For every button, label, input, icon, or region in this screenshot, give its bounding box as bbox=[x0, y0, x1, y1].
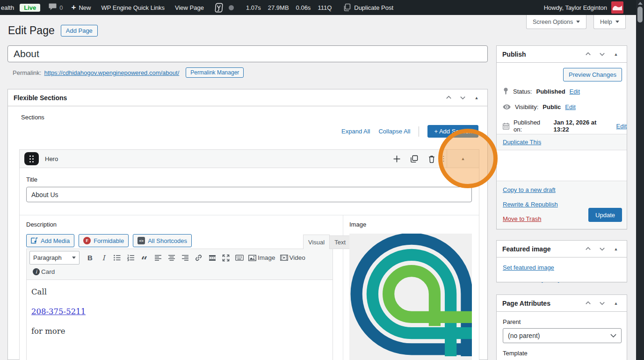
move-down-icon[interactable] bbox=[595, 296, 609, 310]
blockquote-icon[interactable]: “ bbox=[137, 251, 151, 264]
move-down-icon[interactable] bbox=[456, 91, 470, 105]
flexible-sections-metabox: Flexible Sections ▲ Sections Expand All … bbox=[7, 89, 488, 360]
move-up-icon[interactable] bbox=[581, 242, 595, 256]
admin-bar-new-button[interactable]: + New bbox=[71, 4, 91, 12]
preview-changes-button[interactable]: Preview Changes bbox=[563, 68, 622, 81]
add-page-button[interactable]: Add Page bbox=[61, 25, 98, 37]
move-up-icon[interactable] bbox=[441, 91, 456, 105]
all-shortcodes-button[interactable]: <> All Shortcodes bbox=[133, 234, 192, 247]
video-button-label: Video bbox=[289, 254, 305, 261]
flexible-sections-header[interactable]: Flexible Sections ▲ bbox=[8, 89, 487, 106]
insert-image-button[interactable]: Image bbox=[246, 251, 278, 264]
paragraph-format-value: Paragraph bbox=[33, 254, 69, 261]
fullscreen-icon[interactable] bbox=[219, 251, 232, 264]
admin-bar-wp-engine-links[interactable]: WP Engine Quick Links bbox=[101, 4, 165, 11]
delete-row-icon[interactable] bbox=[423, 150, 440, 168]
copy-to-new-draft-link[interactable]: Copy to a new draft bbox=[503, 186, 556, 193]
yoast-seo-icon[interactable] bbox=[214, 3, 224, 13]
duplicate-row-icon[interactable] bbox=[405, 150, 423, 168]
expand-all-link[interactable]: Expand All bbox=[341, 128, 370, 135]
cdh-logo-image bbox=[349, 234, 472, 356]
add-section-button[interactable]: + Add Section bbox=[427, 125, 478, 138]
scrollbar-thumb[interactable] bbox=[637, 7, 643, 22]
publish-metabox: Publish ▲ Preview Changes Status: Publis… bbox=[496, 45, 627, 229]
move-to-trash-link[interactable]: Move to Trash bbox=[503, 215, 541, 222]
drag-handle-icon[interactable] bbox=[24, 152, 39, 165]
duplicate-this-link[interactable]: Duplicate This bbox=[503, 139, 541, 146]
card-button[interactable]: i Card bbox=[30, 265, 57, 279]
move-up-icon[interactable] bbox=[581, 296, 595, 310]
permalink-url-link[interactable]: https://cdhidahogov.wpenginepowered.com/… bbox=[44, 69, 179, 76]
collapse-triangle-icon: ▲ bbox=[461, 156, 465, 161]
page-title: Edit Page bbox=[8, 24, 55, 37]
phone-link[interactable]: 208-375-5211 bbox=[31, 307, 86, 316]
text-tab[interactable]: Text bbox=[330, 235, 351, 249]
post-title-input[interactable] bbox=[7, 45, 488, 62]
screen-options-tab[interactable]: Screen Options bbox=[526, 15, 586, 29]
admin-bar-view-page[interactable]: View Page bbox=[175, 4, 204, 11]
hero-image-preview[interactable] bbox=[349, 234, 472, 360]
content-paragraph: for more bbox=[31, 327, 328, 336]
featured-image-header[interactable]: Featured image ▲ bbox=[497, 241, 627, 257]
keyboard-icon[interactable] bbox=[232, 251, 246, 264]
environment-live-badge[interactable]: Live bbox=[20, 4, 40, 12]
eye-visibility-icon bbox=[503, 104, 511, 110]
align-right-icon[interactable] bbox=[178, 251, 192, 264]
add-media-label: Add Media bbox=[41, 237, 70, 244]
bold-button[interactable]: B bbox=[83, 251, 97, 264]
page-attributes-header[interactable]: Page Attributes ▲ bbox=[497, 295, 627, 312]
add-row-icon[interactable] bbox=[388, 150, 405, 168]
bullet-list-icon[interactable] bbox=[110, 251, 124, 264]
edit-published-link[interactable]: Edit bbox=[616, 123, 627, 130]
rewrite-republish-link[interactable]: Rewrite & Republish bbox=[503, 201, 558, 208]
numbered-list-icon[interactable] bbox=[124, 251, 137, 264]
visual-tab[interactable]: Visual bbox=[303, 235, 330, 249]
publish-header[interactable]: Publish ▲ bbox=[497, 46, 627, 63]
collapse-toggle-icon[interactable]: ▲ bbox=[609, 47, 623, 61]
user-avatar[interactable] bbox=[611, 1, 623, 14]
media-note-icon bbox=[31, 237, 38, 244]
read-more-tag-icon[interactable] bbox=[205, 251, 219, 264]
editor-content-area[interactable]: Call 208-375-5211 for more bbox=[27, 280, 333, 354]
yoast-analysis-band: SEO analysis: Not available Readability … bbox=[497, 150, 627, 181]
set-featured-image-link[interactable]: Set featured image bbox=[503, 264, 554, 271]
permalink-manager-button[interactable]: Permalink Manager bbox=[186, 67, 244, 78]
update-button[interactable]: Update bbox=[588, 208, 622, 222]
admin-bar-comments[interactable]: 0 bbox=[49, 3, 63, 12]
move-down-icon[interactable] bbox=[595, 242, 609, 256]
move-down-icon[interactable] bbox=[595, 47, 609, 61]
scroll-up-arrow-icon[interactable] bbox=[638, 2, 643, 5]
collapse-toggle-icon[interactable]: ▲ bbox=[609, 242, 623, 256]
admin-bar-duplicate-post[interactable]: Duplicate Post bbox=[343, 3, 393, 12]
edit-visibility-link[interactable]: Edit bbox=[565, 103, 575, 110]
help-tab[interactable]: Help bbox=[593, 15, 626, 29]
page-attributes-metabox: Page Attributes ▲ Parent (no parent) Tem… bbox=[496, 294, 627, 360]
hero-title-input[interactable] bbox=[26, 187, 472, 202]
comment-count: 0 bbox=[59, 4, 63, 11]
editor-toolbar: Paragraph B I “ bbox=[27, 249, 333, 280]
page-scrollbar[interactable] bbox=[636, 0, 644, 360]
divider bbox=[419, 126, 419, 137]
insert-video-button[interactable]: Video bbox=[278, 251, 308, 264]
link-icon[interactable] bbox=[192, 251, 205, 264]
align-left-icon[interactable] bbox=[151, 251, 165, 264]
italic-button[interactable]: I bbox=[97, 251, 110, 264]
visibility-value: Public bbox=[543, 103, 561, 110]
collapse-toggle-icon[interactable]: ▲ bbox=[609, 296, 623, 310]
formidable-button[interactable]: F Formidable bbox=[79, 234, 129, 247]
query-monitor-stats[interactable]: 1.07s 27.9MB 0.06s 111Q bbox=[246, 4, 332, 11]
align-center-icon[interactable] bbox=[165, 251, 178, 264]
collapse-all-link[interactable]: Collapse All bbox=[378, 128, 410, 135]
parent-select[interactable]: (no parent) bbox=[503, 328, 622, 343]
move-up-icon[interactable] bbox=[581, 47, 595, 61]
paragraph-format-dropdown[interactable]: Paragraph bbox=[29, 251, 80, 264]
howdy-user[interactable]: Howdy, Taylor Edginton bbox=[544, 4, 607, 11]
admin-bar-site-name[interactable]: ealth bbox=[1, 4, 14, 11]
collapse-toggle-icon[interactable]: ▲ bbox=[470, 91, 484, 105]
featured-image-metabox: Featured image ▲ Set featured image bbox=[496, 240, 627, 282]
hero-section-row[interactable]: Hero ⋮ ▲ bbox=[19, 149, 479, 168]
hero-collapse-toggle[interactable]: ▲ bbox=[447, 150, 479, 168]
edit-status-link[interactable]: Edit bbox=[570, 88, 580, 95]
add-media-button[interactable]: Add Media bbox=[26, 234, 74, 247]
more-options-icon[interactable]: ⋮ bbox=[440, 154, 447, 163]
